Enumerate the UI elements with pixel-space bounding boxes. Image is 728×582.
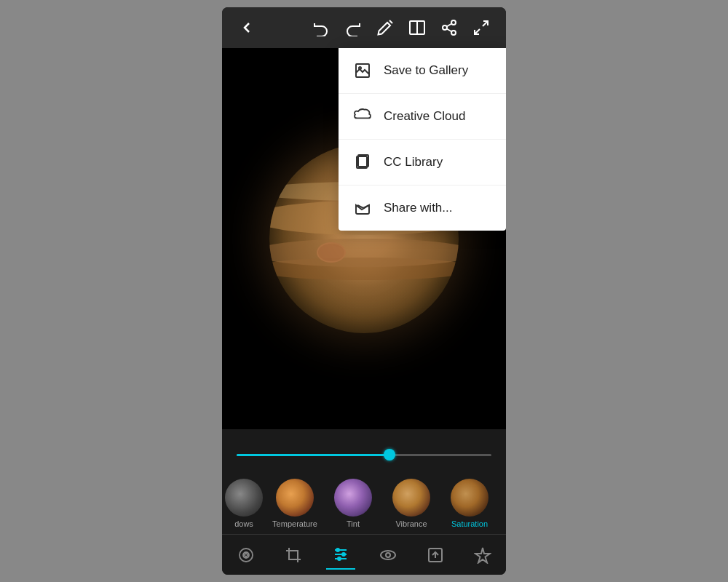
cc-library-item[interactable]: CC Library: [339, 140, 506, 186]
svg-line-9: [475, 29, 480, 34]
edit-icon-button[interactable]: [372, 15, 398, 41]
share-dropdown: Save to Gallery Creative Cloud CC Librar…: [339, 48, 506, 231]
share-with-item[interactable]: Share with...: [339, 186, 506, 231]
svg-line-8: [483, 21, 488, 26]
filter-thumb-shadows: [225, 479, 263, 517]
svg-point-21: [342, 553, 345, 556]
svg-line-0: [389, 20, 392, 23]
svg-line-7: [447, 24, 452, 27]
creative-cloud-item[interactable]: Creative Cloud: [339, 94, 506, 140]
slider-fill: [237, 454, 389, 456]
filter-thumb-tint: [334, 479, 372, 517]
toolbar-right: [308, 15, 494, 41]
filter-label-saturation: Saturation: [451, 519, 488, 528]
filter-thumb-temperature: [276, 479, 314, 517]
nav-heal-button[interactable]: [468, 541, 497, 570]
jupiter-great-red-spot: [317, 242, 346, 263]
svg-line-6: [447, 29, 452, 32]
slider-thumb[interactable]: [384, 449, 395, 461]
undo-button[interactable]: [308, 15, 334, 41]
save-gallery-label: Save to Gallery: [384, 63, 468, 78]
nav-export-button[interactable]: [421, 541, 450, 570]
share-button[interactable]: [436, 15, 462, 41]
svg-point-22: [338, 557, 341, 560]
creative-cloud-icon: [353, 107, 372, 126]
svg-point-11: [359, 67, 361, 69]
save-gallery-icon: [353, 61, 372, 80]
svg-point-24: [386, 553, 390, 557]
jupiter-band-2: [269, 258, 459, 280]
share-with-label: Share with...: [384, 201, 453, 215]
filter-shadows[interactable]: dows: [222, 479, 266, 528]
bottom-nav: [222, 534, 506, 575]
save-to-gallery-item[interactable]: Save to Gallery: [339, 48, 506, 94]
back-button[interactable]: [234, 15, 260, 41]
cc-library-icon: [353, 153, 372, 172]
svg-point-4: [443, 25, 447, 30]
cc-library-label: CC Library: [384, 155, 443, 170]
svg-point-23: [381, 551, 395, 559]
filter-saturation[interactable]: Saturation: [440, 479, 499, 528]
slider-track[interactable]: [237, 454, 491, 456]
nav-presets-button[interactable]: [232, 541, 261, 570]
redo-button[interactable]: [340, 15, 366, 41]
filter-thumb-vibrance: [392, 479, 430, 517]
nav-view-button[interactable]: [373, 541, 403, 570]
compare-button[interactable]: [404, 15, 430, 41]
nav-crop-button[interactable]: [279, 541, 308, 570]
svg-point-20: [336, 549, 339, 551]
filter-temperature[interactable]: Temperature: [266, 479, 324, 528]
filter-thumb-saturation: [451, 479, 488, 517]
phone-container: Save to Gallery Creative Cloud CC Librar…: [222, 7, 506, 575]
filter-label-tint: Tint: [347, 519, 360, 528]
nav-adjust-button[interactable]: [326, 541, 355, 570]
share-with-icon: [353, 199, 372, 218]
svg-point-15: [240, 549, 253, 562]
filter-label-vibrance: Vibrance: [395, 519, 427, 528]
slider-area: [222, 436, 506, 473]
svg-point-5: [451, 31, 456, 35]
filter-label-temperature: Temperature: [272, 519, 317, 528]
svg-point-16: [245, 554, 248, 557]
filter-label-shadows: dows: [234, 519, 253, 528]
top-toolbar: [222, 7, 506, 48]
filter-vibrance[interactable]: Vibrance: [382, 479, 440, 528]
fullscreen-button[interactable]: [468, 15, 494, 41]
creative-cloud-label: Creative Cloud: [384, 109, 465, 124]
svg-point-3: [451, 20, 456, 25]
filter-tint[interactable]: Tint: [324, 479, 382, 528]
filters-area: dows Temperature Tint Vibrance Saturatio…: [222, 473, 506, 534]
